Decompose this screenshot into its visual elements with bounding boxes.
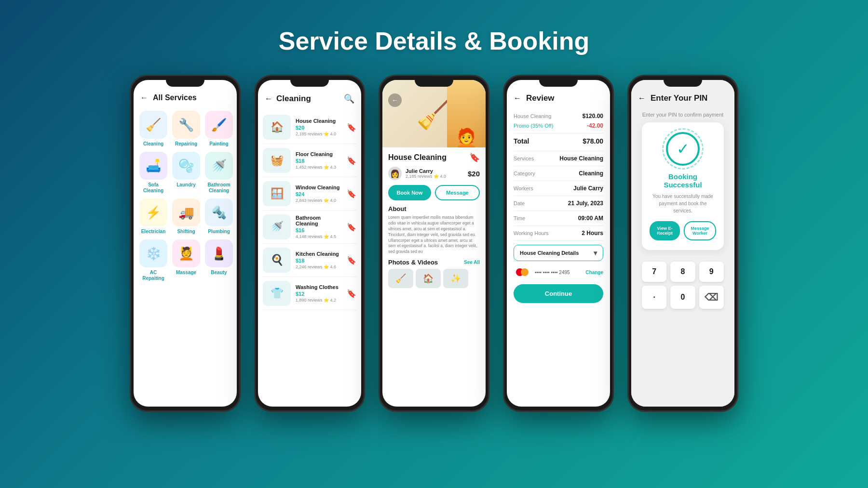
service-item[interactable]: 🚚 Shifting [172, 198, 200, 235]
book-now-button[interactable]: Book Now [388, 185, 431, 200]
service-item[interactable]: 🖌️ Painting [205, 111, 233, 147]
p4-detail-row: Time 09:00 AM [514, 215, 603, 222]
list-item[interactable]: 👕 Washing Clothes $12 1,890 reviews ⭐ 4.… [263, 277, 356, 310]
p4-title: Review [526, 93, 555, 103]
p4-detail-row: Services House Cleaning [514, 155, 603, 162]
p4-detail-row: Category Cleaning [514, 170, 603, 177]
view-receipt-button[interactable]: View E-Receipt [650, 221, 680, 240]
list-item[interactable]: 🪟 Window Cleaning $24 2,843 reviews ⭐ 4.… [263, 177, 356, 211]
pin-key[interactable]: ⌫ [699, 286, 724, 309]
p3-service-title: House Cleaning [388, 153, 447, 162]
service-item[interactable]: ⚡ Electrician [139, 198, 167, 235]
back-arrow-icon[interactable]: ← [140, 93, 148, 102]
pin-key[interactable]: · [642, 286, 666, 309]
p4-details-rows: Services House Cleaning Category Cleanin… [514, 155, 603, 241]
p3-hero-image: ← 🧹 🧑‍🦰 [382, 80, 486, 147]
p4-chevron-icon: ▾ [594, 249, 597, 257]
service-item[interactable]: 🫧 Laundry [172, 152, 200, 194]
pin-key[interactable]: 7 [642, 262, 666, 282]
p3-bookmark-icon[interactable]: 🔖 [469, 152, 480, 163]
p3-about-text: Lorem quam imperdiet mollis massa bibend… [388, 215, 480, 255]
service-icon-box: 🚚 [172, 198, 200, 226]
phone-screen-5: ← Enter Your PIN Enter your PIN to confi… [631, 80, 734, 407]
service-icon-box: 💄 [205, 239, 233, 267]
sli-bookmark-icon[interactable]: 🔖 [347, 223, 356, 232]
p4-content: House Cleaning $120.00 Promo (35% Off) -… [507, 108, 610, 407]
service-item[interactable]: 💆 Massage [172, 239, 200, 281]
phone-notch-3 [415, 76, 453, 87]
p2-search-icon[interactable]: 🔍 [344, 93, 354, 104]
sli-bookmark-icon[interactable]: 🔖 [347, 189, 356, 198]
pin-key[interactable]: 0 [670, 286, 695, 309]
pin-key[interactable]: 9 [699, 262, 724, 282]
message-worker-button[interactable]: Message Worker [684, 221, 716, 240]
sli-name: Washing Clothes [296, 284, 342, 290]
sli-name: House Cleaning [296, 118, 342, 124]
sli-price: $16 [296, 227, 342, 233]
p4-service-label: House Cleaning [514, 113, 551, 119]
p5-checkmark-icon: ✓ [677, 140, 690, 158]
service-item[interactable]: ❄️ AC Repaiting [139, 239, 167, 281]
p4-detail-label: Workers [514, 185, 533, 191]
p3-worker-reviews: 2,185 reviews ⭐ 4.0 [406, 174, 446, 179]
p3-action-buttons: Book Now Message [388, 185, 480, 200]
phone-pin-success: ← Enter Your PIN Enter your PIN to confi… [627, 75, 738, 412]
list-item[interactable]: 🧺 Floor Cleaning $18 1,452 reviews ⭐ 4.3… [263, 144, 356, 177]
p3-thumb-1[interactable]: 🧹 [388, 269, 413, 288]
sli-icon: 🚿 [263, 214, 291, 239]
service-item[interactable]: 🧹 Cleaning [139, 111, 167, 147]
service-item[interactable]: 🚿 Bathroom Cleaning [205, 152, 233, 194]
continue-button[interactable]: Continue [514, 284, 603, 303]
p2-back-arrow-icon[interactable]: ← [265, 94, 272, 103]
p3-thumb-3[interactable]: ✨ [443, 269, 468, 288]
list-item[interactable]: 🚿 Bathroom Cleaning $16 4,148 reviews ⭐ … [263, 211, 356, 244]
service-label: Beauty [211, 270, 227, 276]
phone-service-detail: ← 🧹 🧑‍🦰 House Cleaning 🔖 👩 Julie Carry [379, 75, 489, 412]
sli-reviews: 2,185 reviews ⭐ 4.0 [296, 132, 342, 136]
phone-notch-4 [539, 76, 578, 87]
service-icon-box: 🧹 [139, 111, 167, 139]
service-icon: 🔩 [211, 205, 227, 220]
service-label: Repairing [175, 141, 197, 147]
service-item[interactable]: 🔧 Repairing [172, 111, 200, 147]
pin-grid: 789·0⌫ [637, 262, 729, 309]
service-item[interactable]: 🛋️ Sofa Cleaning [139, 152, 167, 194]
p4-back-arrow-icon[interactable]: ← [514, 94, 521, 103]
sli-bookmark-icon[interactable]: 🔖 [347, 289, 356, 298]
p4-change-link[interactable]: Change [585, 270, 603, 275]
list-item[interactable]: 🏠 House Cleaning $20 2,185 reviews ⭐ 4.0… [263, 111, 356, 144]
phone-screen-1: ← All Services 🧹 Cleaning 🔧 Repairing 🖌️… [134, 80, 237, 407]
p4-details-box[interactable]: House Cleaning Details ▾ [514, 245, 603, 261]
service-icon-box: ⚡ [139, 198, 167, 226]
p3-back-arrow-icon[interactable]: ← [388, 93, 402, 107]
p3-photo-thumbnails: 🧹 🏠 ✨ [388, 269, 480, 288]
service-icon: 🚿 [211, 158, 227, 173]
p3-thumb-2[interactable]: 🏠 [416, 269, 441, 288]
service-icon-box: 💆 [172, 239, 200, 267]
p5-success-card: ✓ Booking Successful You have successful… [642, 122, 724, 250]
service-item[interactable]: 💄 Beauty [205, 239, 233, 281]
p4-promo-value: -42.00 [587, 122, 603, 129]
service-icon: 🖌️ [211, 118, 227, 132]
p4-total-label: Total [514, 137, 529, 145]
sli-bookmark-icon[interactable]: 🔖 [347, 123, 356, 132]
p2-title: Cleaning [276, 94, 311, 104]
p3-see-all-link[interactable]: See All [464, 260, 480, 265]
message-button[interactable]: Message [435, 185, 480, 200]
sli-reviews: 1,890 reviews ⭐ 4.2 [296, 298, 342, 303]
p4-detail-label: Services [514, 156, 534, 161]
phone-review: ← Review House Cleaning $120.00 Promo (3… [503, 75, 614, 412]
service-icon-box: 🚿 [205, 152, 233, 180]
sli-price: $12 [296, 291, 342, 297]
service-label: Shifting [177, 229, 195, 235]
sli-bookmark-icon[interactable]: 🔖 [347, 156, 356, 165]
service-icon-box: 🔩 [205, 198, 233, 226]
p5-back-arrow-icon[interactable]: ← [638, 94, 646, 103]
service-label: AC Repaiting [139, 270, 167, 281]
p4-detail-row: Workers Julie Carry [514, 185, 603, 192]
p5-success-text: You have successfully made payment and b… [650, 193, 716, 214]
sli-bookmark-icon[interactable]: 🔖 [347, 256, 356, 265]
list-item[interactable]: 🍳 Kitchen Cleaning $18 2,246 reviews ⭐ 4… [263, 244, 356, 277]
pin-key[interactable]: 8 [670, 262, 695, 282]
service-item[interactable]: 🔩 Plumbing [205, 198, 233, 235]
